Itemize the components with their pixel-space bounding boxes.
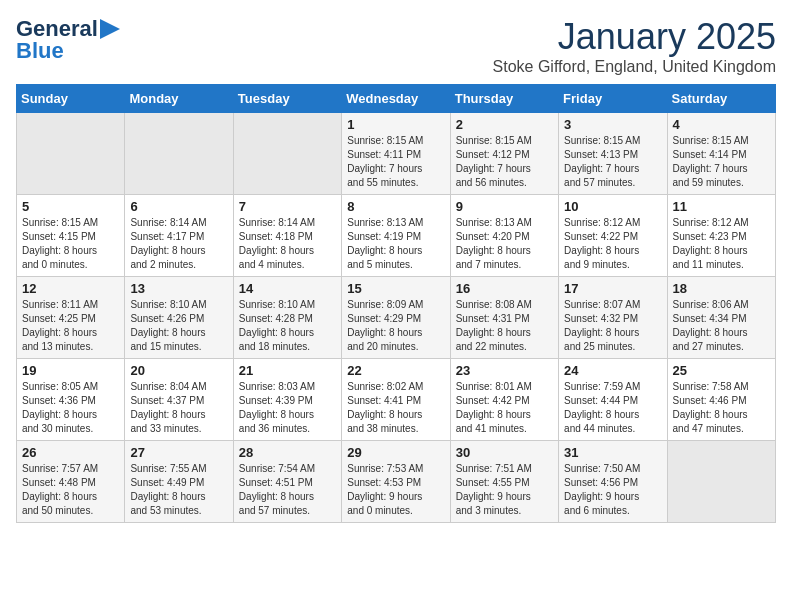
cell-content: Sunrise: 7:54 AM Sunset: 4:51 PM Dayligh…: [239, 462, 336, 518]
day-cell: 22Sunrise: 8:02 AM Sunset: 4:41 PM Dayli…: [342, 359, 450, 441]
cell-content: Sunrise: 7:59 AM Sunset: 4:44 PM Dayligh…: [564, 380, 661, 436]
day-number: 22: [347, 363, 444, 378]
cell-content: Sunrise: 8:15 AM Sunset: 4:15 PM Dayligh…: [22, 216, 119, 272]
cell-content: Sunrise: 8:14 AM Sunset: 4:17 PM Dayligh…: [130, 216, 227, 272]
cell-content: Sunrise: 8:04 AM Sunset: 4:37 PM Dayligh…: [130, 380, 227, 436]
cell-content: Sunrise: 7:53 AM Sunset: 4:53 PM Dayligh…: [347, 462, 444, 518]
day-number: 13: [130, 281, 227, 296]
day-number: 16: [456, 281, 553, 296]
cell-content: Sunrise: 8:15 AM Sunset: 4:14 PM Dayligh…: [673, 134, 770, 190]
week-row-5: 26Sunrise: 7:57 AM Sunset: 4:48 PM Dayli…: [17, 441, 776, 523]
day-number: 11: [673, 199, 770, 214]
day-cell: 12Sunrise: 8:11 AM Sunset: 4:25 PM Dayli…: [17, 277, 125, 359]
day-cell: 28Sunrise: 7:54 AM Sunset: 4:51 PM Dayli…: [233, 441, 341, 523]
cell-content: Sunrise: 7:58 AM Sunset: 4:46 PM Dayligh…: [673, 380, 770, 436]
day-number: 1: [347, 117, 444, 132]
col-header-thursday: Thursday: [450, 85, 558, 113]
day-number: 21: [239, 363, 336, 378]
cell-content: Sunrise: 8:03 AM Sunset: 4:39 PM Dayligh…: [239, 380, 336, 436]
day-cell: [233, 113, 341, 195]
day-number: 30: [456, 445, 553, 460]
week-row-4: 19Sunrise: 8:05 AM Sunset: 4:36 PM Dayli…: [17, 359, 776, 441]
day-cell: 21Sunrise: 8:03 AM Sunset: 4:39 PM Dayli…: [233, 359, 341, 441]
day-cell: 25Sunrise: 7:58 AM Sunset: 4:46 PM Dayli…: [667, 359, 775, 441]
day-cell: 9Sunrise: 8:13 AM Sunset: 4:20 PM Daylig…: [450, 195, 558, 277]
day-cell: 18Sunrise: 8:06 AM Sunset: 4:34 PM Dayli…: [667, 277, 775, 359]
day-cell: [125, 113, 233, 195]
logo: General Blue: [16, 16, 120, 64]
cell-content: Sunrise: 8:10 AM Sunset: 4:28 PM Dayligh…: [239, 298, 336, 354]
cell-content: Sunrise: 8:12 AM Sunset: 4:23 PM Dayligh…: [673, 216, 770, 272]
col-header-saturday: Saturday: [667, 85, 775, 113]
col-header-tuesday: Tuesday: [233, 85, 341, 113]
header: General Blue January 2025 Stoke Gifford,…: [16, 16, 776, 76]
day-number: 23: [456, 363, 553, 378]
day-cell: 5Sunrise: 8:15 AM Sunset: 4:15 PM Daylig…: [17, 195, 125, 277]
cell-content: Sunrise: 8:14 AM Sunset: 4:18 PM Dayligh…: [239, 216, 336, 272]
day-number: 14: [239, 281, 336, 296]
day-cell: 3Sunrise: 8:15 AM Sunset: 4:13 PM Daylig…: [559, 113, 667, 195]
day-cell: 17Sunrise: 8:07 AM Sunset: 4:32 PM Dayli…: [559, 277, 667, 359]
day-cell: 19Sunrise: 8:05 AM Sunset: 4:36 PM Dayli…: [17, 359, 125, 441]
logo-blue: Blue: [16, 38, 64, 64]
col-header-sunday: Sunday: [17, 85, 125, 113]
col-header-wednesday: Wednesday: [342, 85, 450, 113]
day-cell: 6Sunrise: 8:14 AM Sunset: 4:17 PM Daylig…: [125, 195, 233, 277]
day-cell: 30Sunrise: 7:51 AM Sunset: 4:55 PM Dayli…: [450, 441, 558, 523]
day-number: 12: [22, 281, 119, 296]
logo-icon: [100, 19, 120, 39]
day-cell: 7Sunrise: 8:14 AM Sunset: 4:18 PM Daylig…: [233, 195, 341, 277]
svg-marker-0: [100, 19, 120, 39]
day-cell: 14Sunrise: 8:10 AM Sunset: 4:28 PM Dayli…: [233, 277, 341, 359]
day-number: 6: [130, 199, 227, 214]
day-cell: 10Sunrise: 8:12 AM Sunset: 4:22 PM Dayli…: [559, 195, 667, 277]
day-number: 25: [673, 363, 770, 378]
cell-content: Sunrise: 8:13 AM Sunset: 4:19 PM Dayligh…: [347, 216, 444, 272]
header-row: SundayMondayTuesdayWednesdayThursdayFrid…: [17, 85, 776, 113]
day-number: 9: [456, 199, 553, 214]
week-row-3: 12Sunrise: 8:11 AM Sunset: 4:25 PM Dayli…: [17, 277, 776, 359]
day-cell: 26Sunrise: 7:57 AM Sunset: 4:48 PM Dayli…: [17, 441, 125, 523]
day-cell: 24Sunrise: 7:59 AM Sunset: 4:44 PM Dayli…: [559, 359, 667, 441]
day-cell: 31Sunrise: 7:50 AM Sunset: 4:56 PM Dayli…: [559, 441, 667, 523]
day-cell: 15Sunrise: 8:09 AM Sunset: 4:29 PM Dayli…: [342, 277, 450, 359]
cell-content: Sunrise: 8:13 AM Sunset: 4:20 PM Dayligh…: [456, 216, 553, 272]
cell-content: Sunrise: 8:11 AM Sunset: 4:25 PM Dayligh…: [22, 298, 119, 354]
cell-content: Sunrise: 7:57 AM Sunset: 4:48 PM Dayligh…: [22, 462, 119, 518]
cell-content: Sunrise: 8:07 AM Sunset: 4:32 PM Dayligh…: [564, 298, 661, 354]
col-header-monday: Monday: [125, 85, 233, 113]
location: Stoke Gifford, England, United Kingdom: [493, 58, 776, 76]
cell-content: Sunrise: 8:12 AM Sunset: 4:22 PM Dayligh…: [564, 216, 661, 272]
day-cell: 29Sunrise: 7:53 AM Sunset: 4:53 PM Dayli…: [342, 441, 450, 523]
day-cell: 13Sunrise: 8:10 AM Sunset: 4:26 PM Dayli…: [125, 277, 233, 359]
day-number: 28: [239, 445, 336, 460]
day-cell: [667, 441, 775, 523]
cell-content: Sunrise: 8:09 AM Sunset: 4:29 PM Dayligh…: [347, 298, 444, 354]
day-number: 8: [347, 199, 444, 214]
week-row-2: 5Sunrise: 8:15 AM Sunset: 4:15 PM Daylig…: [17, 195, 776, 277]
week-row-1: 1Sunrise: 8:15 AM Sunset: 4:11 PM Daylig…: [17, 113, 776, 195]
cell-content: Sunrise: 8:01 AM Sunset: 4:42 PM Dayligh…: [456, 380, 553, 436]
day-cell: 27Sunrise: 7:55 AM Sunset: 4:49 PM Dayli…: [125, 441, 233, 523]
cell-content: Sunrise: 8:15 AM Sunset: 4:13 PM Dayligh…: [564, 134, 661, 190]
cell-content: Sunrise: 8:08 AM Sunset: 4:31 PM Dayligh…: [456, 298, 553, 354]
cell-content: Sunrise: 7:50 AM Sunset: 4:56 PM Dayligh…: [564, 462, 661, 518]
day-cell: 2Sunrise: 8:15 AM Sunset: 4:12 PM Daylig…: [450, 113, 558, 195]
cell-content: Sunrise: 8:02 AM Sunset: 4:41 PM Dayligh…: [347, 380, 444, 436]
day-cell: 4Sunrise: 8:15 AM Sunset: 4:14 PM Daylig…: [667, 113, 775, 195]
day-number: 24: [564, 363, 661, 378]
month-title: January 2025: [493, 16, 776, 58]
day-number: 10: [564, 199, 661, 214]
calendar-table: SundayMondayTuesdayWednesdayThursdayFrid…: [16, 84, 776, 523]
day-number: 17: [564, 281, 661, 296]
day-cell: 23Sunrise: 8:01 AM Sunset: 4:42 PM Dayli…: [450, 359, 558, 441]
day-number: 4: [673, 117, 770, 132]
day-number: 31: [564, 445, 661, 460]
day-number: 26: [22, 445, 119, 460]
cell-content: Sunrise: 8:05 AM Sunset: 4:36 PM Dayligh…: [22, 380, 119, 436]
day-cell: 16Sunrise: 8:08 AM Sunset: 4:31 PM Dayli…: [450, 277, 558, 359]
cell-content: Sunrise: 8:15 AM Sunset: 4:12 PM Dayligh…: [456, 134, 553, 190]
day-number: 19: [22, 363, 119, 378]
col-header-friday: Friday: [559, 85, 667, 113]
day-cell: 1Sunrise: 8:15 AM Sunset: 4:11 PM Daylig…: [342, 113, 450, 195]
